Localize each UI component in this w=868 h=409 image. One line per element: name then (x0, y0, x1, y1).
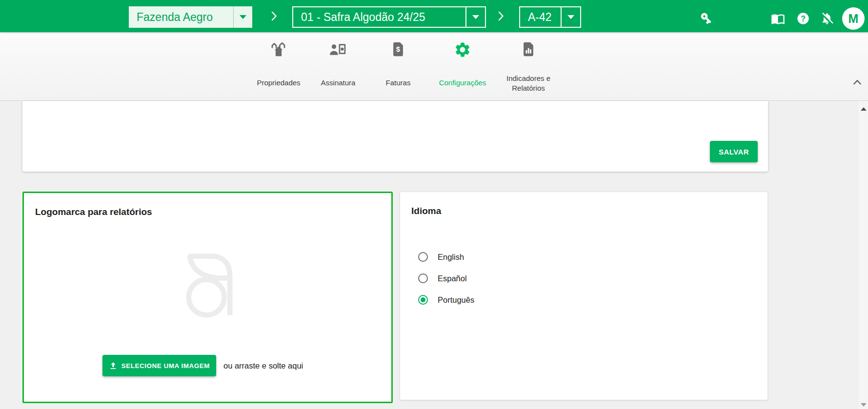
radio-unselected-icon (418, 252, 428, 262)
svg-text:?: ? (801, 15, 806, 23)
select-image-button-label: SELECIONE UMA IMAGEM (121, 362, 210, 370)
vertical-scrollbar[interactable] (858, 101, 868, 409)
avatar-initial: M (848, 12, 859, 26)
app-root: Fazenda Aegro 01 - Safra Algodão 24/25 A… (0, 0, 868, 409)
plot-selector[interactable]: A-42 (519, 6, 581, 28)
module-tabbar: Propriedades Assinatura $ (0, 32, 868, 100)
knowledge-book-icon[interactable] (771, 12, 785, 26)
scroll-down-arrow-icon[interactable] (861, 403, 867, 407)
language-card: Idioma English Español Português (400, 192, 768, 400)
radio-label: Português (438, 295, 474, 305)
language-card-title: Idioma (411, 206, 441, 216)
help-icon[interactable]: ? (796, 12, 810, 25)
language-option-espanol[interactable]: Español (418, 273, 467, 284)
drag-drop-hint: ou arraste e solte aqui (223, 361, 303, 370)
farm-selector[interactable]: Fazenda Aegro (129, 6, 252, 28)
season-selector-label: 01 - Safra Algodão 24/25 (293, 11, 465, 24)
notifications-off-icon[interactable] (820, 12, 834, 25)
radio-unselected-icon (418, 273, 428, 283)
aegro-logo-watermark (184, 250, 233, 318)
season-selector[interactable]: 01 - Safra Algodão 24/25 (292, 6, 486, 28)
report-chart-icon (520, 41, 537, 58)
tab-label: Indicadores e Relatórios (487, 74, 570, 93)
gear-icon (454, 41, 471, 58)
chevron-down-icon (466, 7, 485, 27)
select-image-button[interactable]: SELECIONE UMA IMAGEM (102, 355, 216, 376)
radio-selected-icon (418, 295, 428, 305)
breadcrumb-chevron-icon (271, 11, 277, 21)
report-logo-dropzone-card[interactable]: Logomarca para relatórios SELECIONE UMA … (22, 192, 393, 403)
settings-form-card: SALVAR (22, 101, 768, 172)
user-avatar[interactable]: M (842, 7, 865, 30)
invoice-icon: $ (390, 41, 406, 58)
houses-icon (270, 41, 287, 58)
language-option-english[interactable]: English (418, 251, 464, 263)
content-area: SALVAR Logomarca para relatórios SELECIO… (0, 100, 868, 409)
breadcrumb-chevron-icon (498, 11, 504, 21)
language-option-portugues[interactable]: Português (418, 294, 474, 306)
scroll-up-arrow-icon[interactable] (861, 107, 867, 111)
chevron-down-icon (234, 6, 252, 28)
upload-row: SELECIONE UMA IMAGEM ou arraste e solte … (102, 355, 303, 376)
key-icon[interactable] (700, 12, 713, 25)
save-button[interactable]: SALVAR (710, 141, 758, 162)
app-header: Fazenda Aegro 01 - Safra Algodão 24/25 A… (0, 0, 868, 32)
collapse-tabbar-chevron-up-icon[interactable] (852, 77, 863, 88)
plot-selector-label: A-42 (520, 11, 561, 24)
person-bill-icon (329, 41, 347, 58)
svg-text:$: $ (396, 45, 401, 53)
farm-selector-label: Fazenda Aegro (129, 11, 233, 24)
radio-label: English (438, 253, 464, 262)
tab-indicadores-relatorios[interactable]: Indicadores e Relatórios (487, 41, 570, 59)
logo-card-title: Logomarca para relatórios (35, 207, 152, 217)
radio-label: Español (438, 274, 467, 283)
upload-icon (109, 361, 118, 370)
chevron-down-icon (562, 7, 580, 27)
